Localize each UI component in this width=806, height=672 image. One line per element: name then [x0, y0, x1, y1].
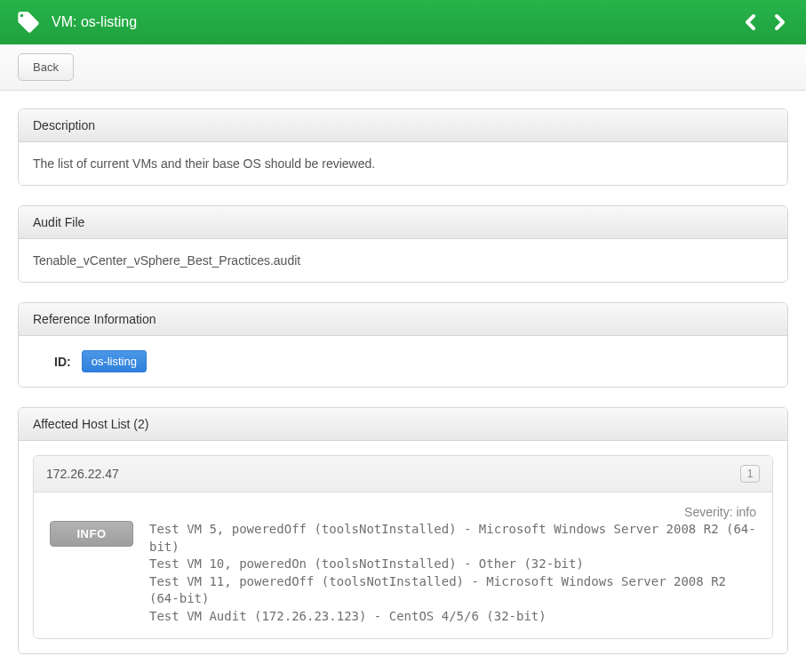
host-ip: 172.26.22.47: [46, 467, 119, 481]
prev-arrow[interactable]: [740, 12, 762, 33]
reference-panel: Reference Information ID: os-listing: [18, 302, 788, 388]
tag-icon: [16, 10, 41, 35]
nav-arrows: [740, 12, 790, 33]
reference-header: Reference Information: [19, 303, 787, 336]
severity-label: Severity: info: [50, 505, 756, 519]
audit-file-header: Audit File: [19, 206, 787, 239]
toolbar: Back: [0, 44, 806, 91]
audit-file-panel: Audit File Tenable_vCenter_vSphere_Best_…: [18, 205, 788, 283]
page-title: VM: os-listing: [52, 14, 740, 30]
content-area: Description The list of current VMs and …: [0, 91, 806, 672]
host-item-body: Severity: info INFO Test VM 5, poweredOf…: [34, 492, 772, 638]
reference-body: ID: os-listing: [19, 336, 787, 387]
audit-file-body: Tenable_vCenter_vSphere_Best_Practices.a…: [19, 239, 787, 282]
page-header: VM: os-listing: [0, 0, 806, 44]
affected-hosts-panel: Affected Host List (2) 172.26.22.47 1 Se…: [18, 407, 788, 654]
severity-badge: INFO: [50, 521, 133, 547]
description-panel: Description The list of current VMs and …: [18, 108, 788, 186]
host-detail-row: INFO Test VM 5, poweredOff (toolsNotInst…: [50, 521, 756, 626]
host-item-header[interactable]: 172.26.22.47 1: [34, 456, 772, 492]
host-item: 172.26.22.47 1 Severity: info INFO Test …: [33, 455, 773, 639]
reference-id-label: ID:: [54, 355, 71, 369]
back-button[interactable]: Back: [18, 53, 74, 81]
host-output: Test VM 5, poweredOff (toolsNotInstalled…: [149, 521, 756, 626]
next-arrow[interactable]: [769, 12, 790, 33]
host-count-badge: 1: [740, 465, 760, 483]
reference-row: ID: os-listing: [54, 350, 773, 372]
description-header: Description: [19, 109, 787, 142]
reference-id-tag[interactable]: os-listing: [82, 350, 147, 372]
description-body: The list of current VMs and their base O…: [19, 142, 787, 185]
affected-hosts-header: Affected Host List (2): [19, 408, 787, 441]
